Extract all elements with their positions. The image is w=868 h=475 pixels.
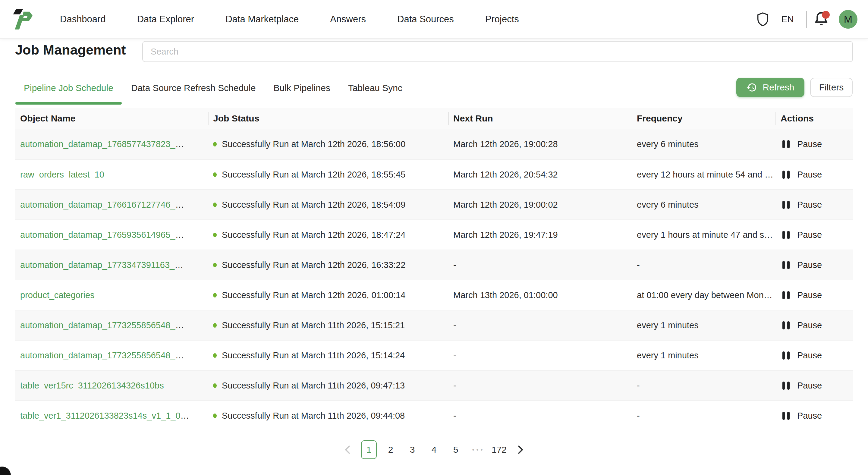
- job-status-cell: Successfully Run at March 12th 2026, 18:…: [208, 230, 448, 240]
- object-name-link[interactable]: automation_datamap_1773255856548_…: [20, 351, 184, 360]
- object-name-link[interactable]: automation_datamap_1773347391163_…: [20, 260, 183, 270]
- tab-pipeline-job-schedule[interactable]: Pipeline Job Schedule: [24, 83, 113, 95]
- frequency-cell: every 12 hours at minute 54 and …: [632, 170, 775, 180]
- object-name-link[interactable]: automation_datamap_1766167127746_…: [20, 200, 184, 210]
- shield-icon[interactable]: [756, 11, 770, 27]
- pagination-page-5[interactable]: 5: [448, 440, 464, 459]
- pause-button[interactable]: Pause: [781, 200, 822, 210]
- pause-button[interactable]: Pause: [781, 351, 822, 360]
- pagination-page-1[interactable]: 1: [361, 440, 377, 459]
- app-logo[interactable]: [11, 6, 33, 32]
- object-name-link[interactable]: raw_orders_latest_10: [20, 170, 104, 180]
- object-name-link[interactable]: automation_datamap_1773255856548_…: [20, 320, 184, 330]
- avatar[interactable]: M: [839, 10, 858, 29]
- pause-button[interactable]: Pause: [781, 290, 822, 300]
- pause-icon: [782, 170, 789, 179]
- pause-button[interactable]: Pause: [781, 260, 822, 270]
- pause-button[interactable]: Pause: [781, 411, 822, 421]
- job-status-cell: Successfully Run at March 12th 2026, 18:…: [208, 139, 448, 149]
- status-dot-icon: [213, 142, 217, 147]
- nav-item-answers[interactable]: Answers: [330, 14, 366, 25]
- table-row: automation_datamap_1773255856548_… Succe…: [15, 340, 853, 370]
- pause-button[interactable]: Pause: [781, 230, 822, 240]
- table-row: raw_orders_latest_10 Successfully Run at…: [15, 159, 853, 189]
- frequency-cell: at 01:00 every day between Mon…: [632, 290, 775, 300]
- column-header-next-run: Next Run: [448, 108, 632, 129]
- frequency-cell: every 1 minutes: [632, 320, 775, 330]
- nav-item-data-marketplace[interactable]: Data Marketplace: [225, 14, 299, 25]
- frequency-cell: -: [632, 381, 775, 390]
- status-dot-icon: [213, 353, 217, 358]
- table-row: product_categories Successfully Run at M…: [15, 280, 853, 310]
- logo-icon: [11, 6, 33, 32]
- top-navbar: Dashboard Data Explorer Data Marketplace…: [0, 0, 868, 39]
- pause-icon: [782, 412, 789, 420]
- status-dot-icon: [213, 172, 217, 177]
- object-name-link[interactable]: table_ver15rc_3112026134326s10bs: [20, 381, 164, 390]
- table-row: table_ver1_3112026133823s14s_v1_1_0… Suc…: [15, 400, 853, 431]
- table-row: automation_datamap_1773347391163_… Succe…: [15, 250, 853, 280]
- main-nav: Dashboard Data Explorer Data Marketplace…: [60, 14, 519, 25]
- table-row: automation_datamap_1773255856548_… Succe…: [15, 310, 853, 340]
- pagination-page-2[interactable]: 2: [383, 440, 398, 459]
- refresh-button[interactable]: Refresh: [736, 78, 804, 97]
- next-run-cell: -: [448, 411, 632, 421]
- nav-item-data-explorer[interactable]: Data Explorer: [137, 14, 194, 25]
- column-header-frequency: Frequency: [632, 108, 775, 129]
- pagination-next-icon[interactable]: [513, 440, 529, 459]
- history-refresh-icon: [746, 82, 757, 93]
- pause-icon: [782, 321, 789, 329]
- tab-bulk-pipelines[interactable]: Bulk Pipelines: [273, 83, 330, 95]
- table-row: table_ver15rc_3112026134326s10bs Success…: [15, 370, 853, 400]
- jobs-table: Object Name Job Status Next Run Frequenc…: [15, 108, 853, 431]
- next-run-cell: -: [448, 381, 632, 390]
- pause-button[interactable]: Pause: [781, 381, 822, 390]
- tab-bar: Pipeline Job Schedule Data Source Refres…: [24, 83, 402, 95]
- language-selector[interactable]: EN: [781, 14, 794, 24]
- navbar-divider: [806, 11, 807, 28]
- status-dot-icon: [213, 323, 217, 328]
- pagination-ellipsis: •••: [470, 440, 485, 459]
- nav-item-projects[interactable]: Projects: [485, 14, 519, 25]
- table-row: automation_datamap_1768577437823_… Succe…: [15, 129, 853, 159]
- tab-data-source-refresh-schedule[interactable]: Data Source Refresh Schedule: [131, 83, 256, 95]
- object-name-link[interactable]: automation_datamap_1768577437823_…: [20, 139, 184, 149]
- job-status-cell: Successfully Run at March 11th 2026, 09:…: [208, 411, 448, 421]
- tab-tableau-sync[interactable]: Tableau Sync: [348, 83, 402, 95]
- filters-button[interactable]: Filters: [810, 78, 852, 97]
- frequency-cell: -: [632, 411, 775, 421]
- job-status-cell: Successfully Run at March 12th 2026, 18:…: [208, 170, 448, 180]
- pagination-page-4[interactable]: 4: [426, 440, 442, 459]
- job-status-cell: Successfully Run at March 12th 2026, 16:…: [208, 260, 448, 270]
- frequency-cell: every 6 minutes: [632, 139, 775, 149]
- pause-icon: [782, 382, 789, 390]
- next-run-cell: March 12th 2026, 19:00:02: [448, 200, 632, 210]
- status-dot-icon: [213, 413, 217, 418]
- status-dot-icon: [213, 202, 217, 207]
- job-status-cell: Successfully Run at March 12th 2026, 18:…: [208, 200, 448, 210]
- job-status-cell: Successfully Run at March 11th 2026, 15:…: [208, 351, 448, 360]
- pause-button[interactable]: Pause: [781, 170, 822, 180]
- pause-icon: [782, 291, 789, 299]
- page-title: Job Management: [15, 42, 126, 58]
- pause-icon: [782, 201, 789, 209]
- pause-button[interactable]: Pause: [781, 320, 822, 330]
- object-name-link[interactable]: automation_datamap_1765935614965_…: [20, 230, 184, 240]
- job-status-cell: Successfully Run at March 11th 2026, 15:…: [208, 320, 448, 330]
- nav-item-dashboard[interactable]: Dashboard: [60, 14, 106, 25]
- pagination-page-3[interactable]: 3: [404, 440, 420, 459]
- object-name-link[interactable]: product_categories: [20, 290, 95, 300]
- object-name-link[interactable]: table_ver1_3112026133823s14s_v1_1_0…: [20, 411, 189, 421]
- frequency-cell: every 6 minutes: [632, 200, 775, 210]
- column-header-job-status: Job Status: [208, 108, 448, 129]
- job-status-cell: Successfully Run at March 11th 2026, 09:…: [208, 381, 448, 390]
- pause-icon: [782, 261, 789, 269]
- pause-button[interactable]: Pause: [781, 139, 822, 149]
- column-header-object-name: Object Name: [15, 108, 208, 129]
- bell-icon[interactable]: [813, 11, 829, 28]
- pagination-prev-icon[interactable]: [339, 440, 355, 459]
- corner-widget[interactable]: [0, 467, 11, 475]
- pagination-page-last[interactable]: 172: [491, 440, 507, 459]
- search-input[interactable]: [142, 41, 853, 62]
- nav-item-data-sources[interactable]: Data Sources: [397, 14, 454, 25]
